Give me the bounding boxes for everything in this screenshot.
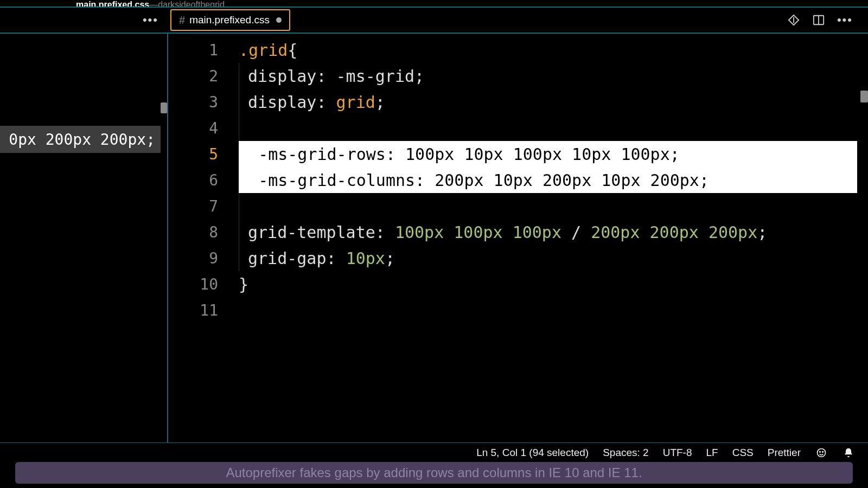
tok-values: 200px 200px 200px (591, 223, 757, 242)
main-area: 0px 200px 200px; 1 2 3 4 5 6 7 8 9 10 11… (0, 34, 868, 442)
titlebar-project: darksideofthegrid (158, 0, 225, 7)
feedback-smile-icon[interactable] (815, 446, 828, 459)
code-line[interactable]: } (239, 271, 857, 297)
tok-property: grid-gap (248, 249, 327, 268)
tok-colon: : (415, 171, 435, 190)
side-code-fragment: 0px 200px 200px; (0, 126, 161, 153)
line-number[interactable]: 10 (168, 271, 228, 297)
tok-selector: .grid (239, 41, 288, 60)
line-number[interactable]: 7 (168, 193, 228, 219)
caption-text: Autoprefixer fakes gaps by adding rows a… (226, 465, 642, 480)
app-root: main.prefixed.css — darksideofthegrid ••… (0, 0, 868, 488)
line-number[interactable]: 3 (168, 89, 228, 115)
tok-values: 100px 100px 100px (395, 223, 561, 242)
svg-point-4 (820, 451, 821, 452)
svg-point-3 (818, 448, 826, 457)
status-indent[interactable]: Spaces: 2 (603, 447, 649, 459)
tab-filename: main.prefixed.css (189, 14, 270, 26)
split-editor-icon[interactable] (812, 14, 825, 27)
indent-guide (239, 63, 239, 89)
status-language[interactable]: CSS (732, 447, 754, 459)
tok-property: grid-template (248, 223, 375, 242)
tok-values: 100px 10px 100px 10px 100px (405, 145, 670, 164)
code-line-selected[interactable]: -ms-grid-columns : 200px 10px 200px 10px… (239, 167, 857, 193)
indent-guide (239, 89, 239, 115)
tok-slash: / (561, 223, 591, 242)
editor-scroll-handle[interactable] (860, 91, 868, 102)
tok-property: -ms-grid-rows (258, 145, 386, 164)
side-panel: 0px 200px 200px; (0, 34, 168, 442)
tok-semicolon: ; (414, 67, 424, 86)
code-line-empty[interactable] (239, 193, 857, 219)
indent-guide (239, 245, 239, 271)
titlebar-filename: main.prefixed.css (76, 0, 149, 7)
tab-bar-left: ••• (0, 13, 168, 27)
titlebar-sep: — (149, 0, 158, 7)
code-line[interactable]: display : grid ; (239, 89, 857, 115)
status-encoding[interactable]: UTF-8 (663, 447, 692, 459)
indent-guide (239, 219, 239, 245)
window-titlebar: main.prefixed.css — darksideofthegrid (0, 0, 868, 7)
line-number[interactable]: 8 (168, 219, 228, 245)
tok-colon: : (316, 67, 336, 86)
file-type-icon: # (179, 14, 185, 27)
tok-brace: { (288, 41, 297, 60)
tok-value: -ms-grid (336, 67, 415, 86)
status-bar: Ln 5, Col 1 (94 selected) Spaces: 2 UTF-… (0, 442, 868, 462)
code-line-selected[interactable]: -ms-grid-rows : 100px 10px 100px 10px 10… (239, 141, 857, 167)
line-number-active[interactable]: 5 (168, 141, 228, 167)
tok-colon: : (386, 145, 405, 164)
editor-tab-active[interactable]: # main.prefixed.css (170, 9, 290, 31)
bell-icon[interactable] (842, 446, 855, 459)
status-formatter[interactable]: Prettier (768, 447, 801, 459)
indent-guide (239, 115, 239, 141)
tok-semicolon: ; (385, 249, 395, 268)
caption-strip: Autoprefixer fakes gaps by adding rows a… (15, 462, 853, 484)
tok-colon: : (327, 249, 346, 268)
line-number[interactable]: 2 (168, 63, 228, 89)
status-cursor-pos[interactable]: Ln 5, Col 1 (94 selected) (476, 447, 589, 459)
tok-brace: } (239, 275, 248, 294)
tok-semicolon: ; (670, 145, 680, 164)
line-number[interactable]: 1 (168, 37, 228, 63)
source-control-icon[interactable] (787, 14, 800, 27)
tok-semicolon: ; (757, 223, 767, 242)
code-line[interactable]: grid-gap : 10px ; (239, 245, 857, 271)
code-editor[interactable]: 1 2 3 4 5 6 7 8 9 10 11 .grid { disp (168, 34, 868, 442)
tok-semicolon: ; (375, 93, 385, 112)
more-actions-icon[interactable]: ••• (143, 13, 158, 27)
code-content[interactable]: .grid { display : -ms-grid ; display : g… (239, 37, 857, 442)
tok-colon: : (316, 93, 336, 112)
code-line[interactable]: .grid { (239, 37, 857, 63)
tab-bar: ••• # main.prefixed.css ••• (0, 7, 868, 34)
unsaved-dot-icon (276, 17, 282, 23)
editor-more-icon[interactable]: ••• (837, 13, 853, 27)
tok-property: -ms-grid-columns (258, 171, 415, 190)
line-number[interactable]: 6 (168, 167, 228, 193)
status-eol[interactable]: LF (706, 447, 718, 459)
indent-guide (239, 193, 239, 219)
code-line-empty[interactable] (239, 297, 857, 323)
svg-point-5 (822, 451, 824, 452)
line-number[interactable]: 4 (168, 115, 228, 141)
tok-colon: : (375, 223, 395, 242)
tok-property: display (248, 93, 316, 112)
line-number[interactable]: 9 (168, 245, 228, 271)
indent-space (239, 171, 258, 190)
code-line[interactable]: display : -ms-grid ; (239, 63, 857, 89)
tok-semicolon: ; (699, 171, 709, 190)
tok-value: grid (336, 93, 375, 112)
line-number-gutter: 1 2 3 4 5 6 7 8 9 10 11 (168, 34, 228, 442)
tok-value: 10px (346, 249, 385, 268)
tok-values: 200px 10px 200px 10px 200px (435, 171, 699, 190)
side-scroll-handle[interactable] (161, 102, 167, 113)
line-number[interactable]: 11 (168, 297, 228, 323)
tab-bar-right: ••• (787, 13, 868, 27)
tok-property: display (248, 67, 316, 86)
indent-space (239, 145, 258, 164)
code-line-empty[interactable] (239, 115, 857, 141)
code-line[interactable]: grid-template : 100px 100px 100px / 200p… (239, 219, 857, 245)
